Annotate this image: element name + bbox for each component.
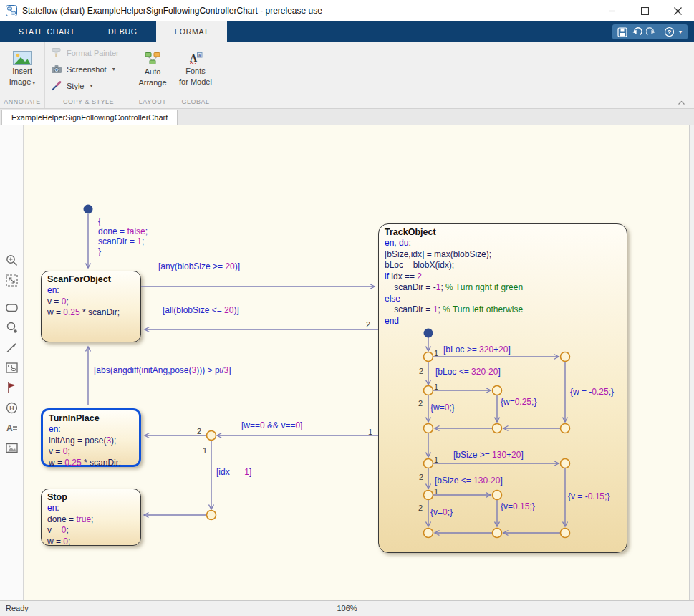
transition-label[interactable]: {v = -0.15;} [568,491,609,501]
undo-button[interactable] [630,26,644,39]
transition-label[interactable]: [abs(angdiff(initAng,pose(3))) > pi/3] [94,365,231,375]
transition-label[interactable]: {v=0.15;} [501,501,535,511]
svg-text:A: A [190,53,198,64]
group-global: Aa Fonts for Model GLOBAL [173,42,218,108]
transition-order-number: 1 [434,456,438,464]
insert-image-button[interactable]: Insert Image▾ [8,49,37,90]
chart-tool[interactable] [5,361,19,375]
annotation-tool[interactable]: A [5,421,19,435]
insert-image-icon [13,51,32,65]
minimize-button[interactable] [595,0,628,21]
stateflow-app-icon [6,5,17,16]
transition-label[interactable]: [bSize <= 130-20] [435,476,503,486]
transition-label[interactable]: [idx == 1] [216,467,251,477]
dropdown-caret-icon: ▾ [90,82,92,89]
fit-to-view-tool[interactable] [5,274,19,288]
svg-text:?: ? [667,29,671,36]
dropdown-caret-icon: ▾ [32,80,35,86]
transition-label[interactable]: {w=0.25;} [501,397,536,407]
image-tool[interactable] [5,441,19,456]
tab-debug[interactable]: DEBUG [94,21,152,42]
transition-order-number: 1 [434,382,438,391]
group-label-layout: LAYOUT [132,97,173,108]
transition-label[interactable]: [any(blobSize >= 20)] [158,261,240,271]
transition-order-number: 2 [419,473,423,481]
style-button[interactable]: Style ▾ [51,78,132,93]
transition-label[interactable]: {w = -0.25;} [570,387,614,397]
flag-tool[interactable] [5,381,19,395]
collapse-ribbon-button[interactable] [678,99,685,105]
tab-state-chart[interactable]: STATE CHART [4,21,90,42]
fonts-icon: Aa [188,52,203,65]
save-button[interactable] [615,26,630,39]
style-brush-icon [51,80,62,91]
redo-button[interactable] [644,26,658,39]
close-button[interactable] [661,0,694,21]
fonts-for-model-button[interactable]: Aa Fonts for Model [178,50,213,88]
zoom-level: 106% [0,604,694,612]
transition-order-number: 1 [434,487,438,496]
state-body: en:v = 0;w = 0.25 * scanDir; [47,285,135,319]
transition-order-number: 2 [419,367,423,375]
state-title: Stop [47,491,135,503]
left-toolbar: H A [0,125,24,600]
transition-order-number: 2 [418,399,423,408]
transition-label[interactable]: {v=0;} [430,507,453,517]
insert-image-label-1: Insert [12,66,32,76]
transition-order-number: 1 [203,446,207,455]
state-body: en:done = true;v = 0;w = 0; [47,503,135,547]
group-copy-style: Format Painter Screenshot ▾ Style ▾ [45,42,132,108]
transition-label[interactable]: [bLoc >= 320+20] [443,345,511,355]
auto-arrange-button[interactable]: Auto Arrange [137,50,168,89]
style-label: Style [67,82,84,90]
state-title: ScanForObject [47,274,135,285]
state-body: en, du:[bSize,idx] = max(blobSize);bLoc … [385,238,621,327]
screenshot-button[interactable]: Screenshot ▾ [51,62,132,77]
auto-arrange-label-2: Arrange [138,77,166,87]
ribbon-format: Insert Image▾ ANNOTATE Format Painter Sc [0,42,694,109]
auto-arrange-icon [145,52,160,66]
transition-label[interactable]: {w=0;} [430,403,455,413]
maximize-button[interactable] [628,0,661,21]
group-annotate: Insert Image▾ ANNOTATE [0,42,45,108]
fonts-label-1: Fonts [185,66,206,76]
auto-arrange-label-1: Auto [145,67,161,77]
transition-label[interactable]: [bLoc <= 320-20] [435,367,501,377]
insert-image-label-2: Image [9,77,32,86]
group-label-annotate: ANNOTATE [0,97,44,108]
transition-order-number: 2 [197,427,201,435]
state-turninplace[interactable]: TurnInPlace en:initAng = pose(3);v = 0;w… [41,408,141,467]
help-dropdown-caret-icon[interactable]: ▾ [676,26,685,39]
document-tab-bar: ExampleHelperSignFollowingControllerChar… [0,109,694,125]
quick-access-toolbar: ? ▾ [612,24,688,39]
group-label-copy-style: COPY & STYLE [45,97,132,108]
ribbon-spacer [218,42,694,108]
state-body: en:initAng = pose(3);v = 0;w = 0.25 * sc… [49,424,133,468]
zoom-in-tool[interactable] [5,254,19,268]
transition-label[interactable]: [w==0 && v==0] [241,420,302,430]
state-stop[interactable]: Stop en:done = true;v = 0;w = 0; [41,489,141,546]
dropdown-caret-icon: ▾ [112,66,115,72]
svg-text:H: H [9,405,14,412]
screenshot-label: Screenshot [67,65,107,74]
screenshot-camera-icon [51,64,62,74]
status-bar: Ready 106% [0,600,694,616]
transition-label[interactable]: [bSize >= 130+20] [453,450,524,460]
state-scanforobject[interactable]: ScanForObject en:v = 0;w = 0.25 * scanDi… [41,271,141,342]
toolbar-separator [660,27,660,37]
transition-tool[interactable] [5,341,19,355]
transition-order-number: 2 [418,504,423,512]
format-painter-button[interactable]: Format Painter [51,45,132,60]
history-junction-tool[interactable]: H [5,401,19,415]
junction-tool[interactable] [5,321,19,335]
group-label-global: GLOBAL [173,97,218,108]
help-button[interactable]: ? [662,26,676,39]
transition-order-number: 1 [368,428,372,436]
state-tool[interactable] [5,301,19,315]
tab-format[interactable]: FORMAT [156,21,228,42]
transition-label[interactable]: [all(blobSize <= 20)] [163,305,239,315]
document-tab[interactable]: ExampleHelperSignFollowingControllerChar… [1,110,178,125]
fonts-label-2: for Model [179,77,212,87]
transition-label[interactable]: {done = false;scanDir = 1;} [98,216,148,256]
format-painter-icon [51,47,62,58]
